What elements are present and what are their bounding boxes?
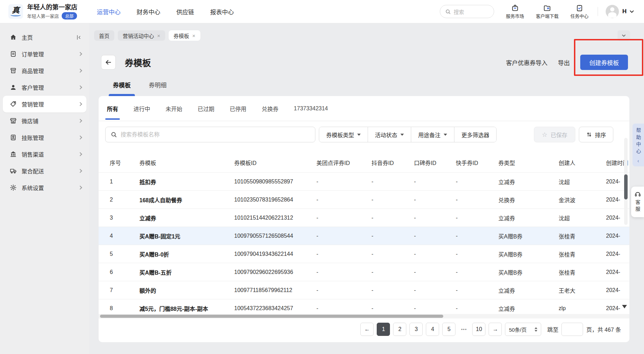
help-center-tab[interactable]: 帮助中心 ‹ [632, 124, 644, 166]
folder-download-icon [543, 4, 551, 12]
vertical-scrollbar-thumb[interactable] [624, 174, 628, 199]
sidebar-item-micro-shop[interactable]: 微店铺 [3, 112, 86, 129]
nav-supply-chain[interactable]: 供应链 [176, 7, 194, 16]
page-button-10[interactable]: 10 [472, 323, 485, 336]
opened-tab-coupon-template[interactable]: 券模板 × [169, 30, 200, 41]
service-market-link[interactable]: 服务市场 [506, 4, 524, 19]
cell-template-name[interactable]: 买A赠B-固定1元 [139, 232, 234, 240]
filter-tab-not-started[interactable]: 未开始 [166, 96, 182, 121]
close-icon[interactable]: × [157, 33, 160, 39]
cell-douyin-id: - [371, 305, 414, 312]
sort-button[interactable]: 排序 [579, 127, 613, 142]
table-row[interactable]: 3 立减券 1010215144206221312 - - - - 立减券 沈超… [99, 209, 629, 227]
cell-coupon-type: 立减券 [498, 214, 559, 222]
filter-tab-ongoing[interactable]: 进行中 [133, 96, 150, 121]
scroll-down-arrow-icon[interactable] [622, 305, 627, 308]
more-filters-button[interactable]: 更多筛选器 [454, 127, 496, 142]
cell-template-id: 1010550980985552897 [234, 179, 316, 185]
cell-template-id: 1009790296022695936 [234, 269, 316, 275]
sidebar-item-sales-channels[interactable]: 销售渠道 [3, 146, 86, 163]
sidebar-collapse-icon[interactable] [76, 34, 82, 40]
sidebar-item-products[interactable]: 商品管理 [3, 62, 86, 79]
global-search-box[interactable]: 搜索 [440, 5, 494, 18]
dropdown-label: 用途备注 [418, 131, 440, 139]
sidebar-item-customers[interactable]: 客户管理 [3, 79, 86, 96]
nav-report-center[interactable]: 报表中心 [210, 7, 234, 16]
import-customer-coupons-link[interactable]: 客户优惠券导入 [506, 58, 547, 67]
page-button-4[interactable]: 4 [426, 323, 439, 336]
col-header-creator: 创建人 [559, 158, 606, 167]
page-size-select[interactable]: 50条/页 [505, 323, 541, 336]
filter-tab-exchange[interactable]: 兑换券 [262, 96, 278, 121]
store-logo[interactable]: 真 [8, 4, 23, 19]
sidebar-item-marketing[interactable]: 营销管理 [3, 96, 86, 112]
opened-tab-marketing-center[interactable]: 营销活动中心 × [118, 30, 165, 41]
horizontal-scrollbar[interactable] [99, 314, 629, 318]
table-row[interactable]: 2 168成人自助餐券 1010235078319652864 - - - - … [99, 190, 629, 209]
create-coupon-template-button[interactable]: 创建券模板 [580, 55, 628, 70]
sidebar-item-home[interactable]: 主页 [3, 29, 86, 46]
table-row[interactable]: 6 买A赠B-五折 1009790296022695936 - - - - 买A… [99, 263, 629, 281]
table-row[interactable]: 5 买A赠B-0折 1009790419343622144 - - - - 买A… [99, 245, 629, 263]
page-ellipsis[interactable]: ••• [459, 327, 469, 332]
customer-service-widget[interactable]: 客服 [631, 187, 644, 217]
store-sub: 年轻人第一家店 总部 [27, 12, 77, 19]
user-avatar[interactable] [606, 5, 619, 18]
store-meta: 年轻人的第一家店 年轻人第一家店 总部 [27, 3, 77, 19]
page-button-2[interactable]: 2 [393, 323, 406, 336]
page-button-5[interactable]: 5 [442, 323, 455, 336]
table-row[interactable]: 8 减5元，门槛88元-副本-副本 1005437223683424257 - … [99, 299, 629, 314]
prev-page-button[interactable]: ← [360, 323, 374, 336]
cell-koubei-id: - [414, 197, 456, 203]
cell-template-name[interactable]: 立减券 [139, 214, 234, 222]
page-title: 券模板 [125, 56, 151, 69]
sidebar-item-settings[interactable]: 系统设置 [3, 179, 86, 196]
sidebar-item-orders[interactable]: 订单管理 [3, 46, 86, 62]
table-row[interactable]: 7 额外的 1009771185679962112 - - - - 立减券 王老… [99, 281, 629, 299]
page-button-3[interactable]: 3 [409, 323, 423, 336]
task-center-link[interactable]: 任务中心 [570, 4, 589, 19]
template-type-dropdown[interactable]: 券模板类型 [319, 127, 368, 142]
client-download-link[interactable]: 客户端下载 [536, 4, 559, 19]
template-search-input[interactable] [121, 132, 310, 138]
sidebar-item-label: 主页 [22, 33, 76, 41]
sidebar-item-label: 营销管理 [22, 100, 79, 108]
page-button-1[interactable]: 1 [377, 323, 390, 336]
filter-tab-all[interactable]: 所有 [107, 96, 118, 121]
jump-page-input[interactable] [561, 323, 583, 336]
back-button[interactable] [101, 55, 116, 70]
saved-filters-button[interactable]: ☆ 已保存 [534, 127, 575, 142]
cell-template-name[interactable]: 168成人自助餐券 [139, 196, 234, 204]
filter-tab-custom[interactable]: 17373342314 [294, 96, 328, 121]
sidebar-item-credit-accounts[interactable]: 挂账管理 [3, 129, 86, 146]
purpose-note-dropdown[interactable]: 用途备注 [411, 127, 454, 142]
cell-koubei-id: - [414, 233, 456, 239]
nav-finance-center[interactable]: 财务中心 [137, 7, 160, 16]
next-page-button[interactable]: → [489, 323, 502, 336]
cell-template-name[interactable]: 减5元，门槛88元-副本-副本 [139, 304, 234, 313]
cell-template-name[interactable]: 抵扣券 [139, 178, 234, 186]
cell-template-name[interactable]: 买A赠B-0折 [139, 250, 234, 258]
close-icon[interactable]: × [192, 33, 196, 39]
sidebar-item-delivery[interactable]: 聚合配送 [3, 163, 86, 179]
nav-operation-center[interactable]: 运营中心 [97, 7, 121, 16]
tab-coupon-detail[interactable]: 券明细 [149, 80, 167, 91]
opened-tab-home[interactable]: 首页 [94, 30, 114, 41]
user-menu-chevron-down-icon[interactable] [629, 8, 635, 15]
cell-template-name[interactable]: 买A赠B-五折 [139, 268, 234, 276]
table-row-highlighted[interactable]: 4 买A赠B-固定1元 1009790557126508544 - - - - … [99, 227, 629, 245]
filter-tab-expired[interactable]: 已过期 [198, 96, 214, 121]
tabs-collapse-button[interactable] [618, 30, 630, 41]
cell-kuaishou-id: - [456, 179, 498, 185]
cell-douyin-id: - [371, 287, 414, 293]
filter-tab-disabled[interactable]: 已停用 [230, 96, 246, 121]
cell-template-name[interactable]: 额外的 [139, 286, 234, 294]
cell-kuaishou-id: - [456, 197, 498, 203]
horizontal-scrollbar-thumb[interactable] [100, 315, 443, 318]
export-link[interactable]: 导出 [558, 58, 570, 67]
tab-coupon-template[interactable]: 券模板 [113, 80, 131, 91]
cell-coupon-type: 立减券 [498, 286, 559, 294]
activity-status-dropdown[interactable]: 活动状态 [368, 127, 411, 142]
table-row[interactable]: 1 抵扣券 1010550980985552897 - - - - 立减券 沈超… [99, 172, 629, 190]
cell-koubei-id: - [414, 179, 456, 185]
